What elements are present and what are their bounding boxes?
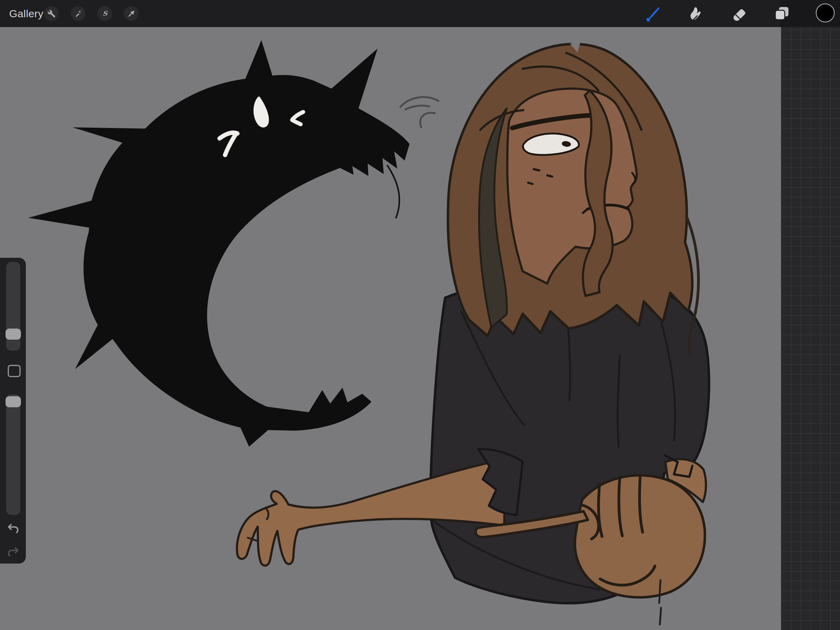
outside-canvas-grid	[781, 27, 840, 630]
smudge-tool-button[interactable]	[687, 4, 705, 23]
brush-opacity-slider[interactable]	[6, 394, 20, 515]
modify-button[interactable]	[8, 365, 21, 377]
transform-button[interactable]	[124, 6, 139, 21]
gallery-button[interactable]: Gallery	[9, 0, 43, 27]
paintbrush-icon	[644, 5, 662, 22]
undo-icon	[6, 522, 20, 535]
erase-tool-button[interactable]	[730, 4, 748, 23]
drawing-canvas[interactable]	[0, 27, 781, 630]
top-toolbar: Gallery S	[0, 0, 840, 27]
brush-size-slider[interactable]	[6, 262, 20, 351]
selection-button[interactable]: S	[98, 6, 112, 21]
svg-text:S: S	[103, 9, 107, 17]
transform-arrow-icon	[127, 9, 136, 18]
brush-sidebar	[0, 258, 26, 564]
undo-button[interactable]	[6, 521, 20, 535]
layers-button[interactable]	[773, 4, 791, 23]
redo-icon	[6, 545, 20, 559]
brush-size-handle[interactable]	[6, 329, 21, 340]
eraser-icon	[731, 5, 748, 22]
actions-button[interactable]	[44, 6, 59, 21]
color-swatch-icon[interactable]	[816, 3, 835, 22]
paint-tool-button[interactable]	[644, 4, 662, 23]
adjustments-button[interactable]	[71, 6, 85, 21]
selection-s-icon: S	[101, 9, 109, 18]
smudge-finger-icon	[687, 5, 704, 22]
redo-button[interactable]	[6, 545, 20, 559]
layers-icon	[773, 5, 791, 22]
magic-wand-icon	[74, 9, 82, 18]
wrench-icon	[47, 9, 56, 18]
gallery-label: Gallery	[9, 8, 43, 20]
brush-opacity-handle[interactable]	[6, 396, 21, 407]
